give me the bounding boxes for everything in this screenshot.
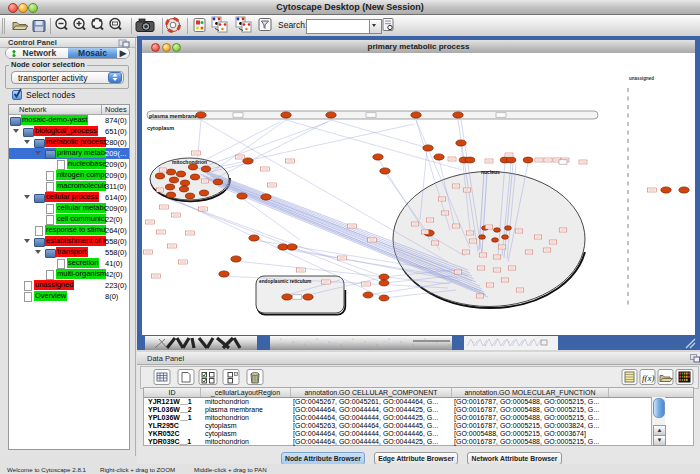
svg-text:mitochondrion: mitochondrion (172, 159, 207, 165)
svg-text:plasma membrane: plasma membrane (149, 113, 197, 119)
svg-text:f(x): f(x) (642, 373, 655, 383)
svg-text:endoplasmic reticulum: endoplasmic reticulum (259, 279, 311, 284)
svg-text:cytoplasm: cytoplasm (147, 125, 174, 131)
svg-text:unassigned: unassigned (629, 76, 654, 81)
svg-text:nucleus: nucleus (481, 169, 500, 175)
